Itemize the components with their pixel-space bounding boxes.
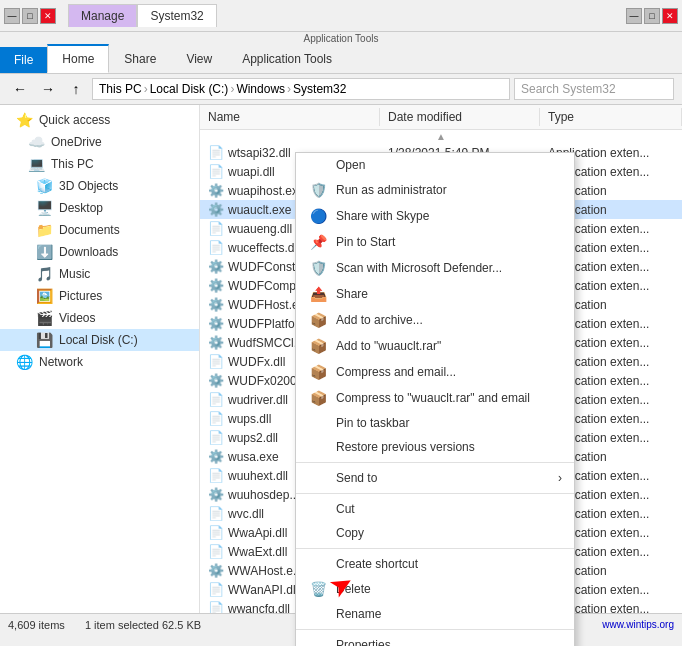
tab-share[interactable]: Share — [109, 45, 171, 73]
sidebar-item-onedrive[interactable]: ☁️ OneDrive — [0, 131, 199, 153]
context-menu-item[interactable]: Restore previous versions — [296, 435, 574, 459]
window-controls[interactable]: — □ ✕ — [0, 8, 60, 24]
sidebar-item-music[interactable]: 🎵 Music — [0, 263, 199, 285]
file-name: wuauclt.exe — [228, 203, 291, 217]
sidebar-item-downloads[interactable]: ⬇️ Downloads — [0, 241, 199, 263]
computer-icon: 💻 — [28, 156, 45, 172]
context-menu-item[interactable]: Create shortcut — [296, 552, 574, 576]
maximize-btn[interactable]: □ — [22, 8, 38, 24]
context-menu-item[interactable]: Copy — [296, 521, 574, 545]
menu-separator — [296, 629, 574, 630]
search-bar[interactable]: Search System32 — [514, 78, 674, 100]
ctx-item-label: Pin to taskbar — [336, 416, 409, 430]
ctx-item-label: Add to "wuauclt.rar" — [336, 339, 441, 353]
address-system32[interactable]: System32 — [293, 82, 346, 96]
address-localdisk[interactable]: Local Disk (C:) — [150, 82, 229, 96]
ctx-item-label: Add to archive... — [336, 313, 423, 327]
file-icon: 📄 — [208, 506, 224, 521]
col-type[interactable]: Type — [540, 108, 682, 126]
file-icon: 📄 — [208, 164, 224, 179]
context-menu-item[interactable]: 🗑️Delete — [296, 576, 574, 602]
music-icon: 🎵 — [36, 266, 53, 282]
file-name: wudriver.dll — [228, 393, 288, 407]
tab-system32[interactable]: System32 — [137, 4, 216, 27]
ctx-item-label: Share — [336, 287, 368, 301]
sidebar-item-this-pc[interactable]: 💻 This PC — [0, 153, 199, 175]
sidebar-item-documents[interactable]: 📁 Documents — [0, 219, 199, 241]
up-button[interactable]: ↑ — [64, 78, 88, 100]
context-menu-item[interactable]: Send to› — [296, 466, 574, 490]
file-name: WwaApi.dll — [228, 526, 287, 540]
context-menu-item[interactable]: Properties — [296, 633, 574, 646]
file-icon: 📄 — [208, 354, 224, 369]
address-thispc[interactable]: This PC — [99, 82, 142, 96]
file-icon: 📄 — [208, 221, 224, 236]
sidebar-item-videos[interactable]: 🎬 Videos — [0, 307, 199, 329]
file-icon: ⚙️ — [208, 373, 224, 388]
file-name: WudfSMCCl... — [228, 336, 304, 350]
tab-file[interactable]: File — [0, 47, 47, 73]
tab-application-tools[interactable]: Application Tools — [227, 45, 347, 73]
item-count: 4,609 items — [8, 619, 65, 631]
desktop-icon: 🖥️ — [36, 200, 53, 216]
context-menu-item[interactable]: 📤Share — [296, 281, 574, 307]
menu-separator — [296, 493, 574, 494]
context-menu-item[interactable]: 📌Pin to Start — [296, 229, 574, 255]
close-icon[interactable]: ✕ — [662, 8, 678, 24]
file-icon: ⚙️ — [208, 487, 224, 502]
sidebar-item-network[interactable]: 🌐 Network — [0, 351, 199, 373]
ctx-item-label: Properties — [336, 638, 391, 646]
sidebar-item-local-disk[interactable]: 💾 Local Disk (C:) — [0, 329, 199, 351]
title-tabs: Manage System32 — [60, 4, 217, 27]
star-icon: ⭐ — [16, 112, 33, 128]
col-name[interactable]: Name — [200, 108, 380, 126]
documents-icon: 📁 — [36, 222, 53, 238]
file-name: wtsapi32.dll — [228, 146, 291, 160]
file-name: wuuhosdep... — [228, 488, 299, 502]
context-menu-item[interactable]: Rename — [296, 602, 574, 626]
file-name: wups.dll — [228, 412, 271, 426]
tab-view[interactable]: View — [171, 45, 227, 73]
ctx-item-label: Open — [336, 158, 365, 172]
ctx-item-label: Pin to Start — [336, 235, 395, 249]
tab-home[interactable]: Home — [47, 44, 109, 73]
context-menu-item[interactable]: 📦Compress and email... — [296, 359, 574, 385]
ctx-item-label: Rename — [336, 607, 381, 621]
forward-button[interactable]: → — [36, 78, 60, 100]
file-icon: ⚙️ — [208, 335, 224, 350]
context-menu[interactable]: Open🛡️Run as administrator🔵Share with Sk… — [295, 152, 575, 646]
context-menu-item[interactable]: Cut — [296, 497, 574, 521]
address-bar[interactable]: This PC › Local Disk (C:) › Windows › Sy… — [92, 78, 510, 100]
minimize-btn[interactable]: — — [4, 8, 20, 24]
file-header: Name Date modified Type — [200, 105, 682, 130]
sidebar-item-3d-objects[interactable]: 🧊 3D Objects — [0, 175, 199, 197]
context-menu-item[interactable]: 📦Add to "wuauclt.rar" — [296, 333, 574, 359]
sidebar-item-desktop[interactable]: 🖥️ Desktop — [0, 197, 199, 219]
col-date[interactable]: Date modified — [380, 108, 540, 126]
close-btn[interactable]: ✕ — [40, 8, 56, 24]
context-menu-item[interactable]: 🛡️Run as administrator — [296, 177, 574, 203]
sidebar-item-quick-access[interactable]: ⭐ Quick access — [0, 109, 199, 131]
scroll-indicator: ▲ — [200, 130, 682, 143]
context-menu-item[interactable]: Open — [296, 153, 574, 177]
file-icon: 📄 — [208, 468, 224, 483]
file-icon: 📄 — [208, 411, 224, 426]
file-name: wuceffects.d... — [228, 241, 304, 255]
context-menu-item[interactable]: 📦Add to archive... — [296, 307, 574, 333]
context-menu-item[interactable]: 📦Compress to "wuauclt.rar" and email — [296, 385, 574, 411]
address-windows[interactable]: Windows — [236, 82, 285, 96]
context-menu-item[interactable]: 🛡️Scan with Microsoft Defender... — [296, 255, 574, 281]
restore-icon[interactable]: □ — [644, 8, 660, 24]
file-name: WWanAPI.dll — [228, 583, 298, 597]
context-menu-item[interactable]: Pin to taskbar — [296, 411, 574, 435]
ctx-item-label: Copy — [336, 526, 364, 540]
tab-manage[interactable]: Manage — [68, 4, 137, 27]
file-name: wuapi.dll — [228, 165, 275, 179]
file-icon: ⚙️ — [208, 316, 224, 331]
ctx-item-icon: 📦 — [308, 364, 328, 380]
ctx-item-label: Cut — [336, 502, 355, 516]
sidebar-item-pictures[interactable]: 🖼️ Pictures — [0, 285, 199, 307]
context-menu-item[interactable]: 🔵Share with Skype — [296, 203, 574, 229]
back-button[interactable]: ← — [8, 78, 32, 100]
minimize-icon[interactable]: — — [626, 8, 642, 24]
